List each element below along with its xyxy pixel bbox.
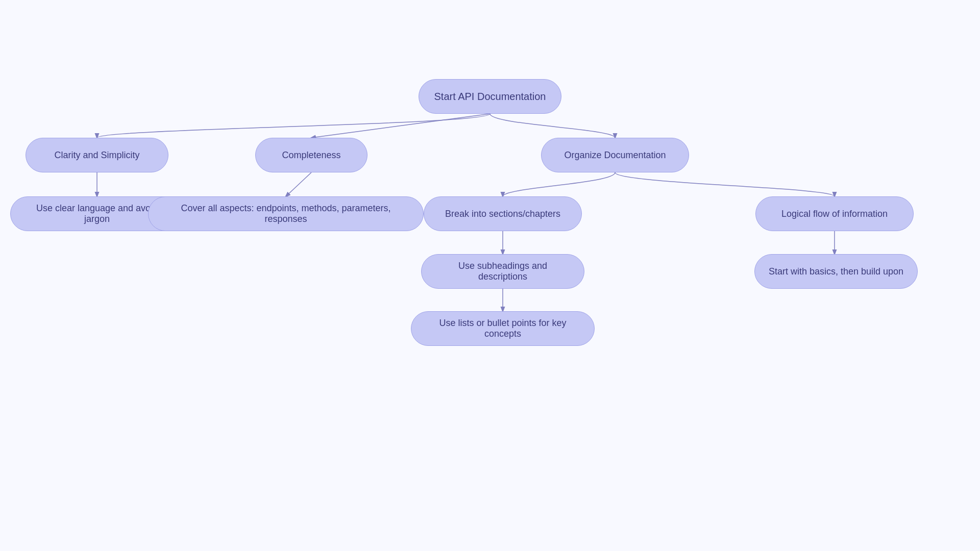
svg-line-1 bbox=[286, 172, 311, 196]
diagram-container: Start API Documentation Clarity and Simp… bbox=[0, 0, 980, 551]
node-logical-flow: Logical flow of information bbox=[755, 196, 914, 231]
node-clarity-label: Clarity and Simplicity bbox=[54, 150, 139, 161]
node-subheadings-label: Use subheadings and descriptions bbox=[434, 261, 572, 282]
node-root-label: Start API Documentation bbox=[434, 91, 546, 103]
node-logical-flow-label: Logical flow of information bbox=[781, 209, 888, 219]
node-subheadings: Use subheadings and descriptions bbox=[421, 254, 584, 289]
node-root: Start API Documentation bbox=[419, 79, 561, 114]
node-start-basics: Start with basics, then build upon bbox=[754, 254, 918, 289]
node-completeness: Completeness bbox=[255, 138, 368, 172]
node-break-sections: Break into sections/chapters bbox=[424, 196, 582, 231]
node-bullet-points: Use lists or bullet points for key conce… bbox=[411, 311, 595, 346]
node-organize: Organize Documentation bbox=[541, 138, 689, 172]
node-organize-label: Organize Documentation bbox=[564, 150, 666, 161]
node-break-sections-label: Break into sections/chapters bbox=[445, 209, 560, 219]
node-start-basics-label: Start with basics, then build upon bbox=[769, 266, 903, 277]
node-completeness-label: Completeness bbox=[282, 150, 340, 161]
node-cover-all-label: Cover all aspects: endpoints, methods, p… bbox=[161, 203, 411, 224]
node-bullet-points-label: Use lists or bullet points for key conce… bbox=[424, 318, 582, 339]
node-cover-all: Cover all aspects: endpoints, methods, p… bbox=[148, 196, 424, 231]
node-clarity: Clarity and Simplicity bbox=[26, 138, 168, 172]
